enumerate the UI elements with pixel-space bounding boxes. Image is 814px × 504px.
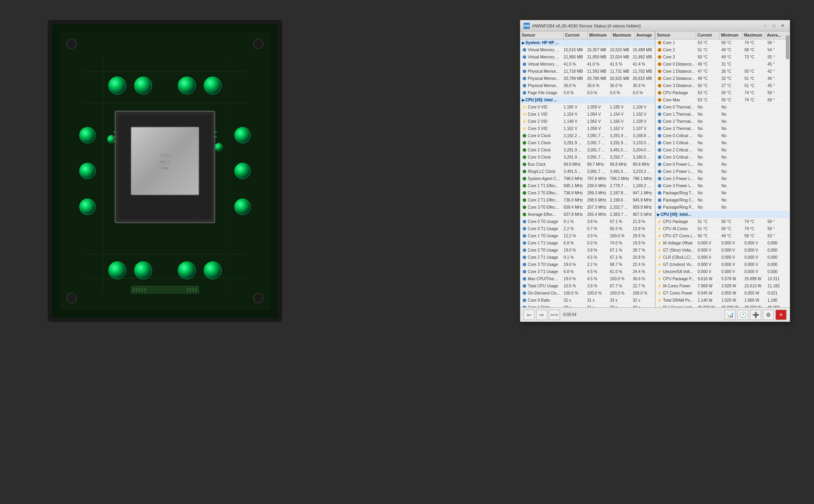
sensor-avg: 0.0 % bbox=[631, 89, 655, 96]
table-row[interactable]: Core 2 Distance... 49 °C 32 °C 51 °C 46 … bbox=[655, 75, 790, 82]
settings-button[interactable]: ⚙ bbox=[763, 310, 774, 320]
table-row[interactable]: ⚡ Core 2 VID 1.148 V 1.062 V 1.166 V 1.1… bbox=[520, 118, 655, 125]
table-row[interactable]: Core 3 T1 Usage 6.8 % 4.5 % 61.0 % 24.4 … bbox=[520, 268, 655, 275]
table-row[interactable]: Bus Clock 99.8 MHz 99.7 MHz 99.8 MHz 99.… bbox=[520, 161, 655, 168]
clock-button[interactable]: 🕐 bbox=[737, 310, 748, 320]
table-row[interactable]: Core Max 53 °C 50 °C 74 °C 59 ° bbox=[655, 97, 790, 104]
table-row[interactable]: Core 0 T0 Usage 9.1 % 3.8 % 67.1 % 21.9 … bbox=[520, 218, 655, 225]
table-row[interactable]: ⚡ CPU IA Cores 51 °C 50 °C 74 °C 59 ° bbox=[655, 225, 790, 233]
table-row[interactable]: Virtual Memory ... 41.5 % 41.0 % 41.5 % … bbox=[520, 61, 655, 68]
maximize-button[interactable]: □ bbox=[770, 22, 778, 29]
table-row[interactable]: Package/Ring C... No No bbox=[655, 197, 790, 204]
table-row[interactable]: Core 0 T1 Usage 2.2 % 0.7 % 60.3 % 13.8 … bbox=[520, 225, 655, 233]
table-row[interactable]: Core 2 51 °C 49 °C 68 °C 54 ° bbox=[655, 47, 790, 54]
table-row[interactable]: Core 3 T0 Usage 19.0 % 2.2 % 68.7 % 22.4… bbox=[520, 261, 655, 268]
table-row[interactable]: Core 0 Clock 3,192.2 ... 3,091.7 ... 3,2… bbox=[520, 132, 655, 140]
nav-backward-button[interactable]: ⇦ bbox=[523, 310, 535, 320]
table-row[interactable]: Core 3 Power L... No No bbox=[655, 182, 790, 190]
nav-skip-button[interactable]: ⇦⇨ bbox=[549, 310, 560, 320]
table-row[interactable]: Core 2 T1 Effec... 736.0 MHz 298.5 MHz 2… bbox=[520, 197, 655, 204]
table-row[interactable]: Core 3 Thermal... No No bbox=[655, 125, 790, 132]
table-row[interactable]: ⚡ Core 1 VID 1.154 V 1.054 V 1.154 V 1.1… bbox=[520, 111, 655, 118]
sensor-max: 20,925 MB bbox=[609, 75, 631, 82]
section-header-row[interactable]: ▶ CPU [#0]: Intel... bbox=[655, 211, 790, 218]
graph-button[interactable]: 📊 bbox=[725, 310, 736, 320]
sensor-label: Core 3 bbox=[655, 54, 696, 60]
table-row[interactable]: Core 1 T1 Effec... 685.1 MHz 239.0 MHz 2… bbox=[520, 182, 655, 190]
table-row[interactable]: Core 1 53 °C 50 °C 74 °C 58 ° bbox=[655, 39, 790, 47]
section-header-row[interactable]: ▶ System: HP HP ... bbox=[520, 39, 655, 47]
table-row[interactable]: ⚡ Total DRAM Po... 1.140 W 1.020 W 1.689… bbox=[655, 297, 790, 304]
table-row[interactable]: System Agent C... 798.0 MHz 797.8 MHz 79… bbox=[520, 175, 655, 182]
table-row[interactable]: Core 2 T1 Usage 9.1 % 4.5 % 67.1 % 20.8 … bbox=[520, 254, 655, 261]
svg-rect-34 bbox=[126, 115, 126, 116]
sensor-label: ⚡ PL1 Power Limit bbox=[655, 304, 696, 307]
table-row[interactable]: Average Effec... 637.8 MHz 265.4 MHz 2,3… bbox=[520, 211, 655, 218]
table-row[interactable]: Core 3 Distance... 50 °C 27 °C 51 °C 45 … bbox=[655, 82, 790, 89]
table-row[interactable]: Physical Memor... 20,799 MB 20,786 MB 20… bbox=[520, 75, 655, 82]
table-row[interactable]: Physical Memor... 11,718 MB 11,592 MB 11… bbox=[520, 68, 655, 75]
table-row[interactable]: Core 3 Clock 3,291.9 ... 3,091.7 ... 3,2… bbox=[520, 154, 655, 161]
toolbar-close-button[interactable]: ✕ bbox=[775, 310, 787, 320]
table-row[interactable]: Core 2 T0 Usage 19.0 % 3.8 % 67.1 % 28.7… bbox=[520, 247, 655, 254]
table-row[interactable]: ⚡ CPU Package 51 °C 50 °C 74 °C 59 ° bbox=[655, 218, 790, 225]
table-row[interactable]: ⚡ Uncore/SA Volt... 0.000 V 0.000 V 0.00… bbox=[655, 268, 790, 275]
sensor-current: 0.000 V bbox=[696, 268, 720, 275]
table-row[interactable]: Core 2 Clock 3,291.9 ... 3,091.7 ... 3,4… bbox=[520, 147, 655, 154]
table-row[interactable]: Page File Usage 0.0 % 0.0 % 0.0 % 0.0 % bbox=[520, 89, 655, 97]
table-row[interactable]: ⚡ Core 3 VID 1.162 V 1.059 V 1.162 V 1.1… bbox=[520, 125, 655, 132]
table-row[interactable]: ⚡ IA Cores Power 7.969 W 3.928 W 23.613 … bbox=[655, 283, 790, 290]
table-row[interactable]: ⚡ GT (Unslice) Vo... 0.000 V 0.000 V 0.0… bbox=[655, 261, 790, 268]
table-row[interactable]: ⚡ GT Cores Power 0.045 W 0.055 W 0.055 W… bbox=[655, 290, 790, 297]
table-row[interactable]: CPU Package 53 °C 50 °C 74 °C 59 ° bbox=[655, 89, 790, 97]
table-row[interactable]: Core 0 Power L... No No bbox=[655, 161, 790, 168]
table-row[interactable]: Core 2 Critical ... No No bbox=[655, 147, 790, 154]
table-row[interactable]: Core 1 Thermal... No No bbox=[655, 111, 790, 118]
table-row[interactable]: Virtual Memory ... 21,866 MB 21,859 MB 2… bbox=[520, 54, 655, 61]
table-row[interactable]: ⚡ CPU GT Cores (... 50 °C 49 °C 59 °C 53… bbox=[655, 233, 790, 240]
table-row[interactable]: Core 2 Thermal... No No bbox=[655, 118, 790, 125]
table-row[interactable]: Core 1 T1 Usage 6.8 % 0.0 % 74.0 % 19.9 … bbox=[520, 240, 655, 247]
left-table-body[interactable]: ▶ System: HP HP ... Virtual Memory ... 1… bbox=[520, 39, 655, 307]
table-row[interactable]: On-Demand Clo... 100.0 % 100.0 % 100.0 %… bbox=[520, 290, 655, 297]
table-row[interactable]: ⚡ CLR (CBo/LLC/... 0.000 V 0.000 V 0.000… bbox=[655, 254, 790, 261]
sensor-avg: 1.107 V bbox=[631, 125, 655, 132]
table-row[interactable]: Core 2 Power L... No No bbox=[655, 175, 790, 182]
table-row[interactable]: ⚡ Core 0 VID 1.185 V 1.059 V 1.185 V 1.1… bbox=[520, 104, 655, 111]
nav-forward-button[interactable]: ⇨ bbox=[536, 310, 547, 320]
table-row[interactable]: ⚡ GT (Slice) Volta... 0.000 V 0.000 V 0.… bbox=[655, 247, 790, 254]
right-table-body[interactable]: Core 1 53 °C 50 °C 74 °C 58 ° Core 2 51 … bbox=[655, 39, 790, 307]
table-row[interactable]: Package/Ring P... No No bbox=[655, 204, 790, 211]
table-row[interactable]: Total CPU Usage 10.5 % 3.8 % 67.7 % 22.7… bbox=[520, 283, 655, 290]
table-row[interactable]: Core 1 Power L... No No bbox=[655, 168, 790, 175]
table-row[interactable]: Physical Memor... 36.0 % 35.6 % 36.0 % 3… bbox=[520, 82, 655, 89]
table-row[interactable]: ⚡ IA Voltage Offset 0.000 V 0.000 V 0.00… bbox=[655, 240, 790, 247]
table-row[interactable]: ⚡ CPU Package P... 9.616 W 5.578 W 25.89… bbox=[655, 275, 790, 283]
table-row[interactable]: Core 3 T0 Effec... 659.4 MHz 207.3 MHz 2… bbox=[520, 204, 655, 211]
table-row[interactable]: Core 3 50 °C 49 °C 73 °C 55 ° bbox=[655, 54, 790, 61]
table-row[interactable]: ⚡ PL1 Power Limit 45.000 W 45.000 W 45.0… bbox=[655, 304, 790, 307]
table-row[interactable]: Core 2 T0 Effec... 736.9 MHz 299.3 MHz 2… bbox=[520, 190, 655, 197]
plus-button[interactable]: ➕ bbox=[750, 310, 761, 320]
section-header-row[interactable]: ▶ CPU [#0]: Intel ... bbox=[520, 97, 655, 104]
table-row[interactable]: Core 3 Critical ... No No bbox=[655, 154, 790, 161]
table-row[interactable]: Core 0 Critical ... No No bbox=[655, 132, 790, 140]
table-row[interactable]: Core 1 Ratio 33 x 31 x 33 x 33 x bbox=[520, 304, 655, 307]
table-row[interactable]: Core 0 Ratio 32 x 31 x 33 x 32 x bbox=[520, 297, 655, 304]
minimize-button[interactable]: − bbox=[761, 22, 769, 29]
table-row[interactable]: Core 1 Clock 3,291.9 ... 3,091.7 ... 3,2… bbox=[520, 140, 655, 147]
circle-blue-icon bbox=[522, 277, 527, 281]
lightning-icon: ⚡ bbox=[657, 298, 662, 303]
table-row[interactable]: Core 1 Critical ... No No bbox=[655, 140, 790, 147]
table-row[interactable]: Ring/LLC Clock 3,491.5 ... 3,091.7 ... 3… bbox=[520, 168, 655, 175]
table-row[interactable]: Core 1 Distance... 47 °C 26 °C 50 °C 42 … bbox=[655, 68, 790, 75]
table-row[interactable]: Max CPU/Thre... 19.0 % 4.5 % 100.0 % 36.… bbox=[520, 275, 655, 283]
table-row[interactable]: Core 0 Distance... 49 °C 31 °C 45 ° bbox=[655, 61, 790, 68]
sensor-current: No bbox=[696, 175, 720, 182]
close-button[interactable]: ✕ bbox=[779, 22, 787, 29]
table-row[interactable]: Package/Ring T... No No bbox=[655, 190, 790, 197]
table-row[interactable]: Virtual Memory ... 15,515 MB 15,357 MB 1… bbox=[520, 47, 655, 54]
sensor-avg: 53 ° bbox=[766, 233, 790, 239]
table-row[interactable]: Core 1 T0 Usage 12.2 % 3.0 % 100.0 % 29.… bbox=[520, 233, 655, 240]
table-row[interactable]: Core 0 Thermal... No No bbox=[655, 104, 790, 111]
